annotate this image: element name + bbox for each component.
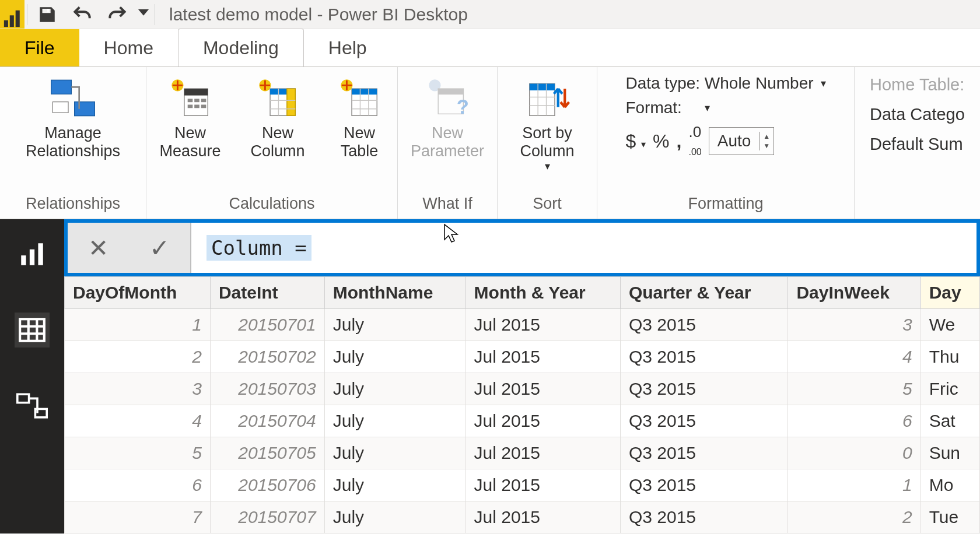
report-view-button[interactable] — [15, 237, 50, 272]
new-parameter-icon: ? — [425, 72, 470, 124]
svg-rect-34 — [18, 394, 29, 402]
table-row[interactable]: 620150706JulyJul 2015Q3 20151Mo — [65, 469, 980, 501]
ribbon-tabs: File Home Modeling Help — [0, 29, 980, 66]
tab-modeling[interactable]: Modeling — [178, 29, 304, 66]
qat-customize-dropdown[interactable] — [135, 0, 152, 29]
col-header[interactable]: Day — [921, 277, 979, 309]
group-label-whatif: What If — [422, 191, 473, 219]
svg-rect-0 — [4, 20, 8, 27]
format-dropdown[interactable]: Format: ▾ — [625, 99, 825, 117]
formula-input[interactable]: Column = — [191, 223, 977, 273]
ribbon: Manage Relationships Relationships New M… — [0, 66, 980, 219]
new-parameter-button: ? New Parameter — [404, 72, 491, 160]
svg-rect-10 — [184, 89, 208, 96]
svg-rect-23 — [352, 89, 377, 94]
currency-button[interactable]: $ ▾ — [625, 131, 646, 152]
window-title: latest demo model - Power BI Desktop — [169, 5, 468, 24]
decimal-places-spinner[interactable]: Auto ▲▼ — [709, 127, 775, 155]
data-type-dropdown[interactable]: Data type: Whole Number ▾ — [625, 74, 825, 93]
svg-rect-7 — [52, 102, 68, 113]
home-table-dropdown: Home Table: — [870, 75, 965, 94]
col-header[interactable]: DayOfMonth — [65, 277, 211, 309]
group-label-relationships: Relationships — [26, 191, 120, 219]
svg-rect-11 — [188, 99, 193, 102]
tab-help[interactable]: Help — [304, 29, 391, 66]
table-row[interactable]: 320150703JulyJul 2015Q3 20155Fric — [65, 373, 980, 405]
new-measure-icon — [169, 72, 211, 124]
svg-rect-2 — [16, 10, 20, 27]
svg-rect-32 — [38, 243, 43, 265]
percent-button[interactable]: % — [653, 131, 669, 152]
save-button[interactable] — [30, 0, 65, 29]
col-header[interactable]: Quarter & Year — [620, 277, 788, 309]
svg-rect-6 — [75, 102, 95, 116]
tab-home[interactable]: Home — [79, 29, 178, 66]
svg-text:?: ? — [457, 96, 469, 118]
table-row[interactable]: 420150704JulyJul 2015Q3 20156Sat — [65, 405, 980, 437]
data-category-dropdown[interactable]: Data Catego — [870, 105, 965, 124]
sort-icon — [524, 72, 570, 124]
quick-access-toolbar: latest demo model - Power BI Desktop — [0, 0, 980, 29]
svg-rect-29 — [530, 84, 555, 91]
table-row[interactable]: 120150701JulyJul 2015Q3 20153We — [65, 309, 980, 341]
svg-rect-1 — [10, 15, 14, 27]
svg-rect-3 — [47, 9, 49, 12]
new-column-button[interactable]: New Column — [240, 72, 316, 160]
svg-rect-15 — [194, 105, 200, 108]
default-summarization-dropdown[interactable]: Default Sum — [870, 135, 965, 154]
relationships-icon — [50, 72, 96, 124]
model-view-button[interactable] — [15, 388, 50, 423]
svg-rect-14 — [188, 105, 193, 108]
data-grid[interactable]: DayOfMonth DateInt MonthName Month & Yea… — [64, 276, 980, 534]
svg-rect-31 — [30, 250, 34, 265]
new-column-icon — [257, 72, 299, 124]
col-header[interactable]: Month & Year — [466, 277, 620, 309]
col-header[interactable]: DateInt — [210, 277, 324, 309]
formula-commit-button[interactable]: ✓ — [144, 234, 176, 262]
new-table-button[interactable]: New Table — [327, 72, 391, 160]
svg-rect-16 — [201, 105, 206, 108]
new-table-icon — [338, 72, 380, 124]
svg-rect-30 — [21, 255, 26, 265]
col-header[interactable]: DayInWeek — [788, 277, 921, 309]
data-view-button[interactable] — [15, 313, 50, 348]
manage-relationships-button[interactable]: Manage Relationships — [15, 72, 131, 160]
table-row[interactable]: 220150702JulyJul 2015Q3 20154Thu — [65, 341, 980, 373]
table-row[interactable]: 520150705JulyJul 2015Q3 20150Sun — [65, 437, 980, 469]
undo-button[interactable] — [65, 0, 100, 29]
group-label-calculations: Calculations — [229, 191, 314, 219]
svg-rect-26 — [438, 89, 463, 94]
svg-rect-33 — [20, 319, 44, 341]
svg-rect-12 — [194, 99, 200, 102]
col-header[interactable]: MonthName — [324, 277, 466, 309]
formula-bar: ✕ ✓ Column = — [64, 219, 980, 276]
group-label-sort: Sort — [533, 191, 562, 219]
svg-rect-20 — [287, 89, 295, 115]
decimal-icon[interactable]: .0.00 — [688, 123, 701, 159]
comma-button[interactable]: , — [677, 131, 682, 152]
svg-rect-5 — [51, 80, 72, 94]
new-measure-button[interactable]: New Measure — [152, 72, 228, 160]
redo-button[interactable] — [100, 0, 135, 29]
table-row[interactable]: 720150707JulyJul 2015Q3 20152Tue — [65, 501, 980, 534]
sort-by-column-button[interactable]: Sort by Column ▾ — [503, 72, 591, 173]
formula-cancel-button[interactable]: ✕ — [82, 234, 114, 262]
app-logo — [0, 0, 24, 29]
view-switcher — [0, 219, 64, 534]
svg-rect-13 — [201, 99, 206, 102]
group-label-formatting: Formatting — [688, 191, 763, 219]
tab-file[interactable]: File — [0, 29, 79, 66]
